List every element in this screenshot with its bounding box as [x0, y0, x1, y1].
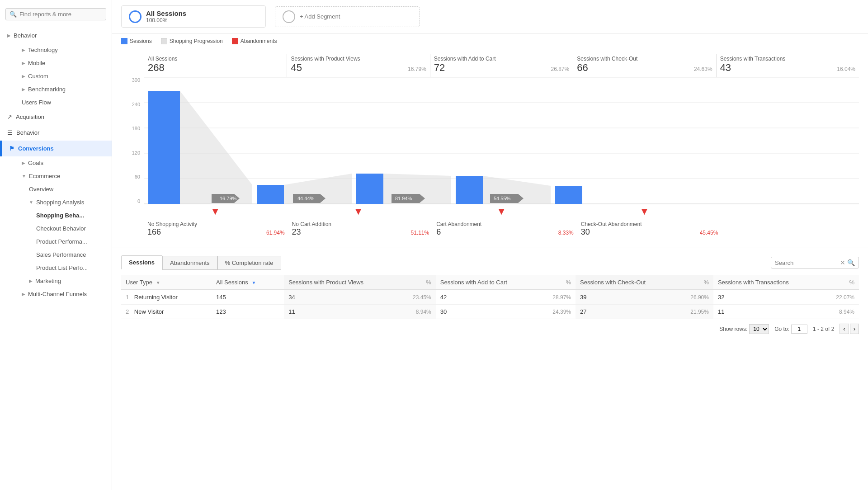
row1-prod-views: 34 [284, 290, 408, 305]
search-input[interactable] [19, 11, 102, 18]
abandonment-2: Cart Abandonment 6 8.33% [433, 219, 577, 239]
row2-add-cart: 30 [436, 305, 548, 319]
table-footer: Show rows: 10 25 50 Go to: 1 - 2 of 2 ‹ … [121, 319, 859, 334]
sidebar-label: Technology [28, 47, 58, 53]
stage-label-4: Sessions with Transactions [720, 56, 855, 62]
row1-type-label: Returning Visitor [134, 294, 178, 301]
add-segment-button[interactable]: + Add Segment [275, 6, 420, 27]
tab-sessions[interactable]: Sessions [121, 255, 162, 270]
sidebar-item-sales-performance[interactable]: Sales Performance [29, 248, 112, 261]
stage-value-1: 45 [291, 62, 302, 74]
aband-pct-2: 8.33% [558, 230, 574, 236]
sidebar-label: Conversions [18, 145, 54, 152]
sidebar-item-overview[interactable]: Overview [22, 183, 112, 196]
stage-header-2: Sessions with Add to Cart 72 26.87% [430, 54, 573, 77]
search-icon: 🔍 [9, 11, 17, 18]
y-axis: 0 60 120 180 240 300 [121, 77, 144, 204]
sidebar-item-mobile[interactable]: ▶ Mobile [14, 57, 112, 70]
aband-value-3: 30 [581, 227, 590, 237]
sidebar-item-goals[interactable]: ▶ Goals [14, 156, 112, 170]
row1-user-type: 1 Returning Visitor [121, 290, 212, 305]
row2-all-sessions: 123 [212, 305, 284, 319]
row2-user-type: 2 New Visitor [121, 305, 212, 319]
rows-per-page-select[interactable]: 10 25 50 [749, 324, 769, 334]
stage-value-3: 66 [577, 62, 588, 74]
arrow-label-2: 81.94% [395, 196, 412, 201]
bar-stage-3 [456, 176, 483, 204]
col-header-pct-2: % [548, 275, 576, 290]
table-search-input[interactable] [775, 259, 838, 266]
sidebar-item-technology[interactable]: ▶ Technology [14, 43, 112, 57]
sidebar-item-shopping-behavior[interactable]: Shopping Beha... [29, 209, 112, 222]
sessions-legend-box [121, 38, 127, 44]
sidebar-item-shopping-analysis[interactable]: ▼ Shopping Analysis [22, 196, 112, 209]
aband-value-0: 166 [147, 227, 161, 237]
stage-value-4: 43 [720, 62, 731, 74]
funnel-chart-container: All Sessions 268 Sessions with Product V… [112, 49, 868, 248]
sidebar-item-acquisition[interactable]: ↗ Acquisition [0, 109, 112, 125]
stage-label-1: Sessions with Product Views [291, 56, 426, 62]
col-header-all-sessions[interactable]: All Sessions ▼ [212, 275, 284, 290]
behavior-icon: ☰ [7, 129, 13, 136]
col-label-add-cart: Sessions with Add to Cart [440, 279, 507, 286]
col-label-all-sessions: All Sessions [216, 279, 248, 286]
row2-cart-pct: 24.39% [548, 305, 576, 319]
sidebar-item-product-performance[interactable]: Product Performa... [29, 235, 112, 248]
sidebar-label: Product Performa... [36, 238, 87, 245]
sidebar-label: Overview [29, 186, 53, 193]
sidebar-item-multi-channel[interactable]: ▶ Multi-Channel Funnels [14, 287, 112, 301]
clear-search-icon[interactable]: ✕ [840, 259, 845, 266]
search-icon[interactable]: 🔍 [847, 259, 855, 266]
row2-prod-pct: 8.94% [408, 305, 436, 319]
funnel-headers: All Sessions 268 Sessions with Product V… [144, 54, 859, 77]
bar-stage-4 [555, 186, 582, 204]
add-segment-label: + Add Segment [300, 13, 340, 20]
stage-label-0: All Sessions [148, 56, 283, 62]
col-label-checkout: Sessions with Check-Out [580, 279, 646, 286]
sidebar-item-checkout-behavior[interactable]: Checkout Behavior [29, 222, 112, 235]
col-header-pct-1: % [408, 275, 436, 290]
row1-checkout: 39 [576, 290, 686, 305]
col-header-user-type[interactable]: User Type ▼ [121, 275, 212, 290]
sidebar-item-behavior-main[interactable]: ☰ Behavior [0, 125, 112, 141]
sort-icon-user-type: ▼ [156, 280, 160, 285]
abandonment-3: Check-Out Abandonment 30 45.45% [577, 219, 722, 239]
all-sessions-segment[interactable]: All Sessions 100.00% [121, 5, 266, 28]
sidebar-item-marketing[interactable]: ▶ Marketing [22, 274, 112, 287]
down-arrow-icon-3: ▼ [640, 206, 650, 217]
sidebar-label: Shopping Beha... [36, 212, 84, 219]
sidebar-item-conversions[interactable]: ⚑ Conversions [0, 141, 112, 156]
table-search-box[interactable]: ✕ 🔍 [771, 257, 859, 269]
prev-page-button[interactable]: ‹ [840, 324, 849, 334]
show-rows-label: Show rows: [719, 326, 747, 332]
table-section: Sessions Abandonments % Completion rate … [112, 248, 868, 341]
stage-value-2: 72 [434, 62, 445, 74]
arrow-icon: ▶ [22, 47, 25, 52]
tab-abandonments[interactable]: Abandonments [162, 256, 217, 270]
next-page-button[interactable]: › [850, 324, 859, 334]
aband-pct-1: 51.11% [410, 230, 429, 236]
stage-pct-4: 16.04% [837, 66, 855, 72]
legend-progression: Shopping Progression [161, 38, 223, 44]
aband-label-1: No Cart Addition [292, 221, 429, 227]
sidebar-item-product-list[interactable]: Product List Perfo... [29, 261, 112, 274]
sidebar-item-custom[interactable]: ▶ Custom [14, 70, 112, 83]
sidebar-item-benchmarking[interactable]: ▶ Benchmarking [14, 83, 112, 96]
search-box[interactable]: 🔍 [5, 8, 106, 20]
arrow-icon: ▼ [29, 200, 33, 205]
goto-box[interactable]: Go to: [774, 325, 807, 334]
page-nav[interactable]: ‹ › [840, 324, 859, 334]
tab-completion-rate[interactable]: % Completion rate [217, 256, 281, 270]
sidebar-item-behavior[interactable]: ▶ Behavior [0, 28, 112, 43]
sidebar-label: Product List Perfo... [36, 264, 88, 271]
goto-label: Go to: [774, 326, 789, 332]
stage-pct-2: 26.87% [551, 66, 570, 72]
sidebar-item-ecommerce[interactable]: ▼ Ecommerce [14, 170, 112, 183]
sidebar-item-users-flow[interactable]: Users Flow [14, 96, 112, 109]
goto-input[interactable] [791, 325, 807, 334]
row2-trans-pct: 8.94% [831, 305, 859, 319]
aband-pct-0: 61.94% [266, 230, 285, 236]
rows-select[interactable]: Show rows: 10 25 50 [719, 324, 769, 334]
down-arrows-row: ▼ ▼ ▼ ▼ [144, 204, 859, 219]
stage-header-1: Sessions with Product Views 45 16.79% [287, 54, 429, 77]
